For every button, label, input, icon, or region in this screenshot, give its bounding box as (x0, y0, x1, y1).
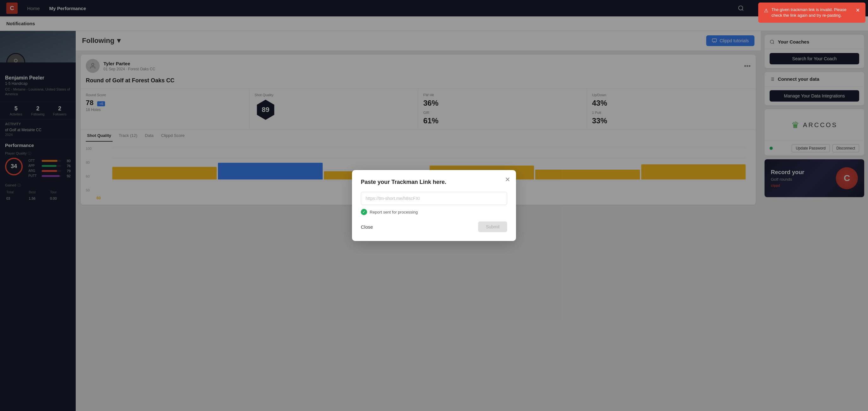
modal-overlay[interactable]: ✕ Paste your Trackman Link here. ✓ Repor… (0, 0, 868, 411)
success-check-icon: ✓ (361, 209, 367, 215)
modal-title: Paste your Trackman Link here. (361, 179, 507, 186)
modal-close-button[interactable]: ✕ (505, 176, 510, 183)
close-modal-button[interactable]: Close (361, 224, 373, 230)
submit-button[interactable]: Submit (478, 221, 507, 232)
trackman-modal: ✕ Paste your Trackman Link here. ✓ Repor… (352, 170, 516, 241)
trackman-link-input[interactable] (361, 192, 507, 205)
toast-close-button[interactable]: ✕ (856, 7, 860, 14)
modal-success-message: ✓ Report sent for processing (361, 209, 507, 215)
error-toast: ⚠ The given trackman link is invalid. Pl… (758, 2, 866, 23)
modal-footer: Close Submit (361, 221, 507, 232)
warning-icon: ⚠ (764, 7, 768, 14)
